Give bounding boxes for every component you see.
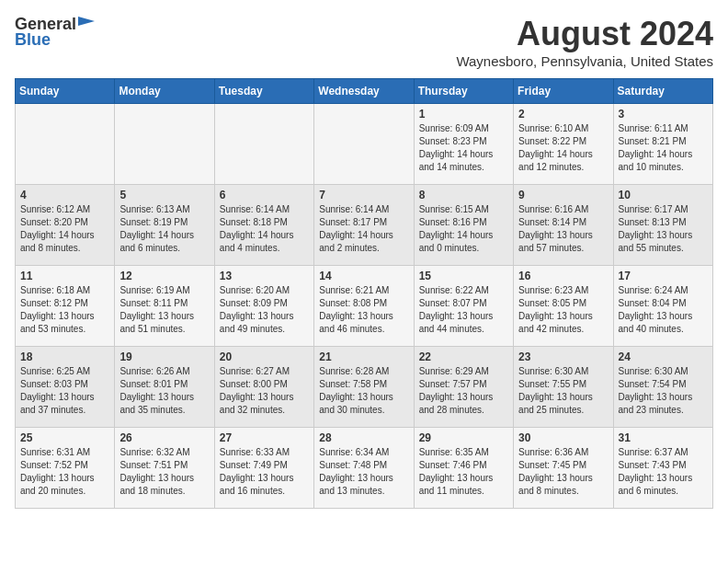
day-info: Sunrise: 6:14 AM Sunset: 8:17 PM Dayligh…	[319, 203, 408, 255]
calendar-header-row: SundayMondayTuesdayWednesdayThursdayFrid…	[16, 79, 713, 104]
calendar-cell	[16, 104, 115, 185]
day-number: 31	[619, 431, 708, 444]
day-info: Sunrise: 6:10 AM Sunset: 8:22 PM Dayligh…	[518, 122, 608, 174]
day-number: 16	[518, 270, 608, 282]
header-monday: Monday	[115, 79, 214, 104]
day-info: Sunrise: 6:25 AM Sunset: 8:03 PM Dayligh…	[20, 365, 109, 417]
day-info: Sunrise: 6:32 AM Sunset: 7:51 PM Dayligh…	[119, 446, 209, 498]
day-number: 27	[220, 431, 309, 444]
day-info: Sunrise: 6:31 AM Sunset: 7:52 PM Dayligh…	[20, 446, 109, 498]
day-info: Sunrise: 6:28 AM Sunset: 7:58 PM Dayligh…	[319, 365, 408, 417]
calendar-cell: 7Sunrise: 6:14 AM Sunset: 8:17 PM Daylig…	[314, 185, 414, 266]
day-number: 22	[419, 350, 508, 363]
day-number: 24	[619, 350, 708, 363]
day-number: 30	[518, 431, 608, 444]
calendar-cell: 21Sunrise: 6:28 AM Sunset: 7:58 PM Dayli…	[314, 347, 414, 428]
day-number: 19	[119, 350, 209, 363]
calendar-cell: 16Sunrise: 6:23 AM Sunset: 8:05 PM Dayli…	[514, 266, 613, 347]
calendar-week-0: 1Sunrise: 6:09 AM Sunset: 8:23 PM Daylig…	[16, 104, 713, 185]
calendar-cell: 3Sunrise: 6:11 AM Sunset: 8:21 PM Daylig…	[613, 104, 712, 185]
logo-blue-text: Blue	[15, 30, 51, 50]
title-area: August 2024 Waynesboro, Pennsylvania, Un…	[456, 15, 713, 69]
day-number: 23	[518, 350, 608, 363]
day-info: Sunrise: 6:26 AM Sunset: 8:01 PM Dayligh…	[119, 365, 209, 417]
day-number: 3	[619, 108, 708, 121]
calendar-cell: 10Sunrise: 6:17 AM Sunset: 8:13 PM Dayli…	[613, 185, 712, 266]
day-info: Sunrise: 6:36 AM Sunset: 7:45 PM Dayligh…	[518, 446, 608, 498]
day-number: 12	[119, 270, 209, 282]
calendar-cell	[115, 104, 214, 185]
day-number: 28	[319, 431, 408, 444]
logo: General Blue	[15, 15, 95, 50]
header-thursday: Thursday	[414, 79, 513, 104]
day-info: Sunrise: 6:13 AM Sunset: 8:19 PM Dayligh…	[119, 203, 209, 255]
day-number: 14	[319, 270, 408, 282]
calendar-cell: 13Sunrise: 6:20 AM Sunset: 8:09 PM Dayli…	[214, 266, 313, 347]
day-info: Sunrise: 6:11 AM Sunset: 8:21 PM Dayligh…	[619, 122, 708, 174]
day-info: Sunrise: 6:34 AM Sunset: 7:48 PM Dayligh…	[319, 446, 408, 498]
day-number: 7	[319, 189, 408, 201]
day-info: Sunrise: 6:22 AM Sunset: 8:07 PM Dayligh…	[419, 284, 508, 336]
calendar-cell: 29Sunrise: 6:35 AM Sunset: 7:46 PM Dayli…	[414, 428, 513, 509]
calendar-cell: 11Sunrise: 6:18 AM Sunset: 8:12 PM Dayli…	[16, 266, 115, 347]
day-number: 15	[419, 270, 508, 282]
day-number: 21	[319, 350, 408, 363]
calendar-cell: 27Sunrise: 6:33 AM Sunset: 7:49 PM Dayli…	[214, 428, 313, 509]
calendar-week-4: 25Sunrise: 6:31 AM Sunset: 7:52 PM Dayli…	[16, 428, 713, 509]
day-info: Sunrise: 6:12 AM Sunset: 8:20 PM Dayligh…	[20, 203, 109, 255]
calendar-cell: 14Sunrise: 6:21 AM Sunset: 8:08 PM Dayli…	[314, 266, 414, 347]
day-info: Sunrise: 6:24 AM Sunset: 8:04 PM Dayligh…	[619, 284, 708, 336]
calendar-week-1: 4Sunrise: 6:12 AM Sunset: 8:20 PM Daylig…	[16, 185, 713, 266]
calendar-cell: 9Sunrise: 6:16 AM Sunset: 8:14 PM Daylig…	[514, 185, 613, 266]
day-number: 17	[619, 270, 708, 282]
day-info: Sunrise: 6:37 AM Sunset: 7:43 PM Dayligh…	[619, 446, 708, 498]
calendar-cell: 28Sunrise: 6:34 AM Sunset: 7:48 PM Dayli…	[314, 428, 414, 509]
calendar-cell: 20Sunrise: 6:27 AM Sunset: 8:00 PM Dayli…	[214, 347, 313, 428]
header-sunday: Sunday	[16, 79, 115, 104]
day-info: Sunrise: 6:29 AM Sunset: 7:57 PM Dayligh…	[419, 365, 508, 417]
day-number: 25	[20, 431, 109, 444]
calendar-cell: 26Sunrise: 6:32 AM Sunset: 7:51 PM Dayli…	[115, 428, 214, 509]
calendar-cell: 30Sunrise: 6:36 AM Sunset: 7:45 PM Dayli…	[514, 428, 613, 509]
day-number: 11	[20, 270, 109, 282]
day-number: 8	[419, 189, 508, 201]
day-number: 18	[20, 350, 109, 363]
day-info: Sunrise: 6:30 AM Sunset: 7:54 PM Dayligh…	[619, 365, 708, 417]
day-info: Sunrise: 6:15 AM Sunset: 8:16 PM Dayligh…	[419, 203, 508, 255]
calendar-cell	[314, 104, 414, 185]
day-number: 20	[220, 350, 309, 363]
day-number: 6	[220, 189, 309, 201]
calendar-cell: 25Sunrise: 6:31 AM Sunset: 7:52 PM Dayli…	[16, 428, 115, 509]
day-info: Sunrise: 6:33 AM Sunset: 7:49 PM Dayligh…	[220, 446, 309, 498]
day-info: Sunrise: 6:30 AM Sunset: 7:55 PM Dayligh…	[518, 365, 608, 417]
calendar-cell: 15Sunrise: 6:22 AM Sunset: 8:07 PM Dayli…	[414, 266, 513, 347]
day-info: Sunrise: 6:09 AM Sunset: 8:23 PM Dayligh…	[419, 122, 508, 174]
location-subtitle: Waynesboro, Pennsylvania, United States	[456, 53, 713, 69]
logo-flag-icon	[78, 17, 95, 31]
calendar-table: SundayMondayTuesdayWednesdayThursdayFrid…	[15, 78, 713, 509]
month-year-title: August 2024	[456, 15, 713, 53]
day-number: 29	[419, 431, 508, 444]
day-info: Sunrise: 6:18 AM Sunset: 8:12 PM Dayligh…	[20, 284, 109, 336]
calendar-cell: 19Sunrise: 6:26 AM Sunset: 8:01 PM Dayli…	[115, 347, 214, 428]
calendar-week-3: 18Sunrise: 6:25 AM Sunset: 8:03 PM Dayli…	[16, 347, 713, 428]
day-info: Sunrise: 6:27 AM Sunset: 8:00 PM Dayligh…	[220, 365, 309, 417]
svg-marker-0	[78, 17, 95, 26]
day-info: Sunrise: 6:21 AM Sunset: 8:08 PM Dayligh…	[319, 284, 408, 336]
calendar-cell: 2Sunrise: 6:10 AM Sunset: 8:22 PM Daylig…	[514, 104, 613, 185]
calendar-cell: 8Sunrise: 6:15 AM Sunset: 8:16 PM Daylig…	[414, 185, 513, 266]
calendar-cell: 12Sunrise: 6:19 AM Sunset: 8:11 PM Dayli…	[115, 266, 214, 347]
day-number: 5	[119, 189, 209, 201]
day-number: 9	[518, 189, 608, 201]
day-info: Sunrise: 6:20 AM Sunset: 8:09 PM Dayligh…	[220, 284, 309, 336]
calendar-cell: 4Sunrise: 6:12 AM Sunset: 8:20 PM Daylig…	[16, 185, 115, 266]
day-info: Sunrise: 6:14 AM Sunset: 8:18 PM Dayligh…	[220, 203, 309, 255]
header: General Blue August 2024 Waynesboro, Pen…	[15, 15, 713, 69]
calendar-cell: 17Sunrise: 6:24 AM Sunset: 8:04 PM Dayli…	[613, 266, 712, 347]
calendar-cell: 6Sunrise: 6:14 AM Sunset: 8:18 PM Daylig…	[214, 185, 313, 266]
header-saturday: Saturday	[613, 79, 712, 104]
day-number: 13	[220, 270, 309, 282]
day-info: Sunrise: 6:23 AM Sunset: 8:05 PM Dayligh…	[518, 284, 608, 336]
calendar-cell: 24Sunrise: 6:30 AM Sunset: 7:54 PM Dayli…	[613, 347, 712, 428]
calendar-cell: 5Sunrise: 6:13 AM Sunset: 8:19 PM Daylig…	[115, 185, 214, 266]
